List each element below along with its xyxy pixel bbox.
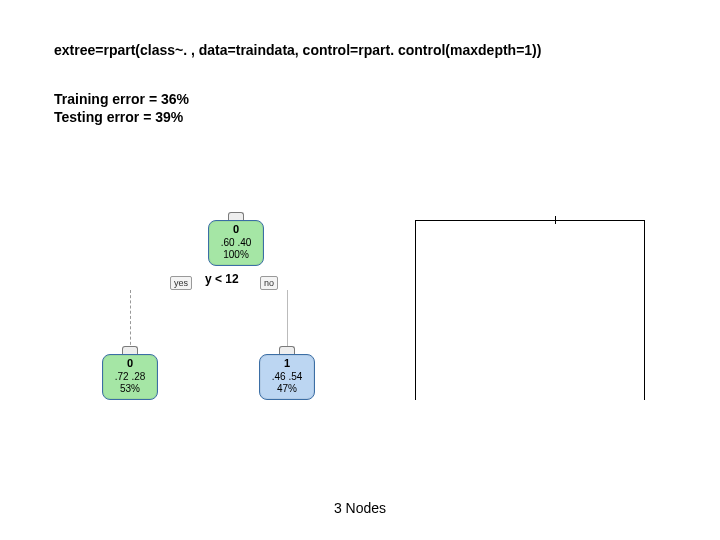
split-yes-tag: yes <box>170 276 192 290</box>
node-class: 0 <box>103 357 157 371</box>
node-tab <box>122 346 138 354</box>
tree-edge-left <box>130 290 131 350</box>
split-rule: y < 12 <box>205 272 239 286</box>
node-tab <box>228 212 244 220</box>
chart-axis-left <box>415 220 416 400</box>
training-error: Training error = 36% <box>54 90 189 108</box>
split-no-tag: no <box>260 276 278 290</box>
node-probs: .46 .54 <box>260 371 314 384</box>
tree-node-root: 0 .60 .40 100% <box>208 220 264 266</box>
node-pct: 53% <box>103 383 157 396</box>
node-pct: 100% <box>209 249 263 262</box>
node-class: 1 <box>260 357 314 371</box>
node-pct: 47% <box>260 383 314 396</box>
code-line: extree=rpart(class~. , data=traindata, c… <box>54 42 541 58</box>
error-block: Training error = 36% Testing error = 39% <box>54 90 189 126</box>
tree-node-right: 1 .46 .54 47% <box>259 354 315 400</box>
chart-tick <box>555 216 556 224</box>
tree-edge-right <box>287 290 288 350</box>
testing-error: Testing error = 39% <box>54 108 189 126</box>
chart-axis-top <box>415 220 645 221</box>
decision-tree: 0 .60 .40 100% yes y < 12 no 0 .72 .28 5… <box>55 190 385 450</box>
chart-axis-right <box>644 220 645 400</box>
node-class: 0 <box>209 223 263 237</box>
node-tab <box>279 346 295 354</box>
node-probs: .60 .40 <box>209 237 263 250</box>
tree-node-left: 0 .72 .28 53% <box>102 354 158 400</box>
right-chart-frame <box>415 220 645 400</box>
figure-caption: 3 Nodes <box>0 500 720 516</box>
node-probs: .72 .28 <box>103 371 157 384</box>
